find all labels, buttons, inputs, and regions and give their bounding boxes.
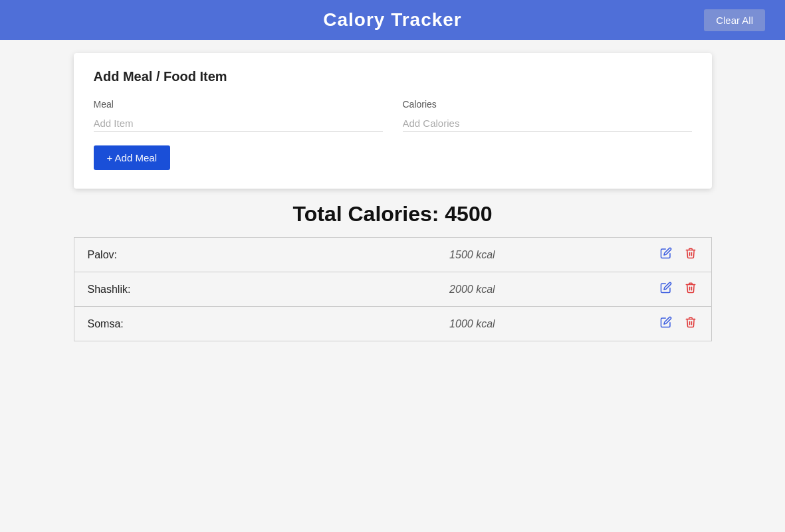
calories-input-group: Calories — [403, 99, 692, 132]
meal-input-group: Meal — [94, 99, 383, 132]
meal-actions-cell — [616, 307, 711, 341]
trash-icon — [685, 247, 697, 259]
meal-input[interactable] — [94, 115, 383, 132]
table-row: Palov: 1500 kcal — [74, 238, 711, 272]
add-meal-form-card: Add Meal / Food Item Meal Calories + Add… — [74, 53, 712, 189]
pencil-icon — [660, 282, 672, 294]
calories-label: Calories — [403, 99, 692, 110]
clear-all-button[interactable]: Clear All — [704, 9, 765, 31]
edit-meal-button[interactable] — [659, 315, 673, 333]
table-row: Shashlik: 2000 kcal — [74, 272, 711, 307]
meal-label: Meal — [94, 99, 383, 110]
app-header: Calory Tracker Clear All — [0, 0, 785, 40]
total-calories-display: Total Calories: 4500 — [0, 202, 785, 226]
meal-name-cell: Palov: — [74, 238, 329, 272]
meal-calories-cell: 2000 kcal — [329, 272, 616, 307]
pencil-icon — [660, 316, 672, 328]
add-meal-button[interactable]: + Add Meal — [94, 145, 170, 170]
meal-name-cell: Shashlik: — [74, 272, 329, 307]
table-row: Somsa: 1000 kcal — [74, 307, 711, 341]
meal-calories-cell: 1500 kcal — [329, 238, 616, 272]
meal-name-cell: Somsa: — [74, 307, 329, 341]
delete-meal-button[interactable] — [683, 246, 698, 264]
calories-input[interactable] — [403, 115, 692, 132]
meal-actions-cell — [616, 272, 711, 307]
pencil-icon — [660, 247, 672, 259]
meal-actions-cell — [616, 238, 711, 272]
form-inputs-row: Meal Calories — [94, 99, 692, 132]
delete-meal-button[interactable] — [683, 315, 698, 333]
trash-icon — [685, 282, 697, 294]
meal-calories-cell: 1000 kcal — [329, 307, 616, 341]
form-title: Add Meal / Food Item — [94, 69, 692, 84]
edit-meal-button[interactable] — [659, 246, 673, 264]
meals-table: Palov: 1500 kcal — [74, 237, 712, 341]
delete-meal-button[interactable] — [683, 280, 698, 298]
app-title: Calory Tracker — [323, 9, 462, 31]
edit-meal-button[interactable] — [659, 280, 673, 298]
trash-icon — [685, 316, 697, 328]
